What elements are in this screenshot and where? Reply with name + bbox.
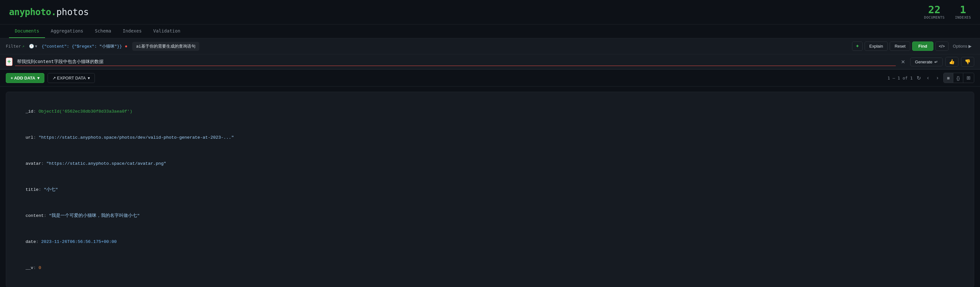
prev-button[interactable]: ‹ bbox=[925, 74, 931, 82]
logo-dot: . bbox=[51, 7, 56, 18]
doc-id-key: _id bbox=[25, 109, 33, 114]
documents-count: 22 bbox=[924, 5, 945, 15]
logo-anyphoto: anyphoto bbox=[9, 7, 51, 18]
toolbar-left: + ADD DATA ▾ ↗ EXPORT DATA ▾ bbox=[6, 73, 95, 83]
filter-clock-button[interactable]: 🕐 ▾ bbox=[27, 43, 39, 49]
view-grid-button[interactable]: ⊞ bbox=[963, 73, 974, 83]
doc-url-line: url: "https://static.anyphoto.space/phot… bbox=[15, 124, 965, 151]
ai-icon-button[interactable]: ✦ bbox=[852, 41, 863, 51]
indexes-label: INDEXES bbox=[955, 16, 971, 20]
toolbar: + ADD DATA ▾ ↗ EXPORT DATA ▾ 1 – 1 of 1 … bbox=[0, 70, 980, 86]
doc-id-value: ObjectId('6562ec38db30f8d33a3aea0f') bbox=[38, 109, 132, 114]
filter-query-close: }} bbox=[117, 44, 122, 49]
doc-avatar-key: avatar bbox=[25, 161, 41, 166]
ai-input-field[interactable] bbox=[15, 58, 896, 66]
generate-icon: ↵ bbox=[934, 59, 938, 64]
tab-documents[interactable]: Documents bbox=[9, 24, 45, 38]
ai-icon: ✦ bbox=[856, 44, 859, 49]
header-stats: 22 DOCUMENTS 1 INDEXES bbox=[924, 5, 971, 20]
tab-aggregations[interactable]: Aggregations bbox=[45, 24, 89, 38]
doc-title-key: title bbox=[25, 187, 38, 192]
doc-date-line: date: 2023-11-26T06:56:56.175+00:00 bbox=[15, 229, 965, 255]
next-button[interactable]: › bbox=[934, 74, 941, 82]
clock-dropdown-arrow: ▾ bbox=[35, 44, 37, 49]
explain-button[interactable]: Explain bbox=[865, 41, 888, 51]
documents-label: DOCUMENTS bbox=[924, 16, 945, 20]
clear-button[interactable]: ✕ bbox=[898, 57, 908, 66]
pagination-info: 1 – 1 of 1 bbox=[888, 76, 913, 80]
export-data-button[interactable]: ↗ EXPORT DATA ▾ bbox=[48, 73, 95, 83]
doc-url-key: url bbox=[25, 135, 33, 140]
document-area: _id: ObjectId('6562ec38db30f8d33a3aea0f'… bbox=[6, 92, 974, 287]
indexes-count: 1 bbox=[955, 5, 971, 15]
doc-date-value: 2023-11-26T06:56:56.175+00:00 bbox=[41, 239, 117, 244]
view-list-button[interactable]: ≡ bbox=[943, 73, 953, 83]
doc-content-key: content bbox=[25, 213, 44, 218]
code-button[interactable]: </> bbox=[935, 41, 948, 51]
doc-v-key: __v bbox=[25, 265, 33, 270]
tab-schema[interactable]: Schema bbox=[89, 24, 117, 38]
doc-id-line: _id: ObjectId('6562ec38db30f8d33a3aea0f'… bbox=[15, 99, 965, 124]
filter-bar: Filter ↗ 🕐 ▾ {"content": {"$regex": "小猫咪… bbox=[0, 38, 980, 54]
clock-icon: 🕐 bbox=[29, 44, 34, 49]
tab-indexes[interactable]: Indexes bbox=[117, 24, 148, 38]
generate-label: Generate bbox=[915, 59, 932, 64]
ai-input-bar: + ✕ Generate ↵ 👍 👎 bbox=[0, 54, 980, 70]
filter-actions: ✦ Explain Reset Find </> Options ▶ bbox=[852, 41, 974, 51]
thumbup-button[interactable]: 👍 bbox=[945, 57, 958, 67]
logo[interactable]: anyphoto.photos bbox=[9, 7, 89, 18]
find-button[interactable]: Find bbox=[912, 41, 933, 51]
nav-tabs: Documents Aggregations Schema Indexes Va… bbox=[0, 24, 980, 38]
add-data-label: + ADD DATA bbox=[11, 76, 35, 80]
doc-content-line: content: "我是一个可爱的小猫咪，我的名字叫做小七" bbox=[15, 203, 965, 229]
view-code-button[interactable]: {} bbox=[953, 73, 963, 83]
doc-date-key: date bbox=[25, 239, 36, 244]
ai-input-prefix-button[interactable]: + bbox=[6, 57, 13, 65]
doc-avatar-line: avatar: "https://static.anyphoto.space/c… bbox=[15, 151, 965, 177]
filter-query-display: {"content": {"$regex": "小猫咪"}} bbox=[42, 43, 122, 49]
thumbdown-button[interactable]: 👎 bbox=[961, 57, 974, 67]
generate-button[interactable]: Generate ↵ bbox=[910, 57, 943, 66]
logo-photos: photos bbox=[56, 7, 89, 18]
export-data-arrow: ▾ bbox=[88, 76, 90, 80]
options-button[interactable]: Options ▶ bbox=[950, 42, 974, 51]
reset-button[interactable]: Reset bbox=[890, 41, 910, 51]
documents-stat: 22 DOCUMENTS bbox=[924, 5, 945, 20]
indexes-stat: 1 INDEXES bbox=[955, 5, 971, 20]
filter-text: Filter bbox=[6, 44, 21, 49]
doc-title-value: "小七" bbox=[44, 187, 58, 192]
filter-label: Filter ↗ bbox=[6, 44, 24, 49]
add-data-arrow: ▾ bbox=[37, 76, 40, 80]
toolbar-right: 1 – 1 of 1 ↻ ‹ › ≡ {} ⊞ bbox=[888, 73, 974, 83]
add-data-button[interactable]: + ADD DATA ▾ bbox=[6, 73, 45, 83]
filter-dot-indicator: ● bbox=[125, 45, 127, 48]
doc-v-value: 0 bbox=[38, 265, 41, 270]
refresh-button[interactable]: ↻ bbox=[915, 74, 922, 82]
filter-query-value: "小猫咪" bbox=[99, 44, 117, 49]
tab-validation[interactable]: Validation bbox=[148, 24, 186, 38]
doc-v-line: __v: 0 bbox=[15, 255, 965, 281]
export-data-label: ↗ EXPORT DATA bbox=[52, 76, 86, 80]
header: anyphoto.photos 22 DOCUMENTS 1 INDEXES bbox=[0, 0, 980, 24]
filter-link-icon: ↗ bbox=[22, 44, 24, 48]
doc-url-value: "https://static.anyphoto.space/photos/de… bbox=[38, 135, 234, 140]
doc-content-value: "我是一个可爱的小猫咪，我的名字叫做小七" bbox=[49, 213, 140, 218]
doc-avatar-value: "https://static.anyphoto.space/cat/avata… bbox=[46, 161, 166, 166]
ai-tooltip: ai基于你的需要生成的查询语句 bbox=[132, 42, 199, 51]
view-buttons: ≡ {} ⊞ bbox=[943, 73, 974, 83]
filter-query-key: {"content": {"$regex": bbox=[42, 44, 99, 49]
doc-title-line: title: "小七" bbox=[15, 177, 965, 203]
